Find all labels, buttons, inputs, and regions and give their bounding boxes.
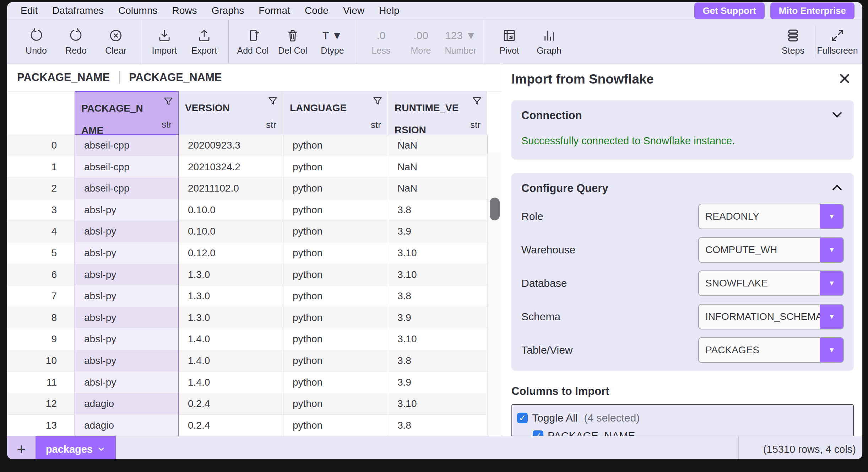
table-cell[interactable]: 3.10 bbox=[388, 393, 488, 415]
toolbar-button-undo[interactable]: Undo bbox=[16, 28, 56, 56]
table-cell[interactable]: absl-py bbox=[75, 285, 179, 307]
filter-icon[interactable] bbox=[267, 96, 278, 108]
row-index-cell[interactable]: 0 bbox=[7, 135, 75, 156]
table-cell[interactable]: absl-py bbox=[75, 264, 179, 286]
dropdown-caret-icon[interactable]: ▼ bbox=[820, 337, 844, 363]
dropdown-caret-icon[interactable]: ▼ bbox=[820, 304, 844, 329]
table-cell[interactable]: python bbox=[283, 135, 388, 156]
row-index-cell[interactable]: 10 bbox=[7, 350, 75, 372]
sheet-tab-packages[interactable]: packages bbox=[36, 436, 116, 459]
toolbar-button-import[interactable]: Import bbox=[145, 28, 184, 56]
table-cell[interactable]: 3.9 bbox=[388, 372, 488, 393]
toolbar-button-pivot[interactable]: Pivot bbox=[489, 28, 529, 56]
toolbar-button-fullscreen[interactable]: Fullscreen bbox=[818, 28, 857, 56]
dropdown-caret-icon[interactable]: ▼ bbox=[820, 270, 844, 296]
table-cell[interactable]: NaN bbox=[388, 178, 488, 199]
mito-enterprise-button[interactable]: Mito Enterprise bbox=[770, 2, 855, 19]
menu-item-rows[interactable]: Rows bbox=[172, 5, 197, 16]
table-cell[interactable]: python bbox=[283, 350, 388, 372]
toolbar-button-dtype[interactable]: T ▼Dtype bbox=[313, 28, 352, 56]
table-cell[interactable]: 1.3.0 bbox=[179, 264, 283, 286]
table-cell[interactable]: absl-py bbox=[75, 307, 179, 329]
column-checkbox[interactable]: ✓ bbox=[533, 430, 543, 436]
table-cell[interactable]: python bbox=[283, 415, 388, 436]
table-cell[interactable]: 1.3.0 bbox=[179, 307, 283, 329]
table-cell[interactable]: 3.8 bbox=[388, 285, 488, 307]
menu-item-format[interactable]: Format bbox=[259, 5, 290, 16]
row-index-cell[interactable]: 4 bbox=[7, 221, 75, 242]
dropdown-caret-icon[interactable]: ▼ bbox=[820, 237, 844, 263]
column-header-package-name[interactable]: PACKAGE_NAMEstr bbox=[75, 91, 179, 135]
table-cell[interactable]: 1.4.0 bbox=[179, 372, 283, 393]
filter-icon[interactable] bbox=[471, 96, 483, 108]
table-cell[interactable]: abseil-cpp bbox=[75, 156, 179, 178]
menu-item-edit[interactable]: Edit bbox=[21, 5, 38, 16]
table-cell[interactable]: 20211102.0 bbox=[179, 178, 283, 199]
table-cell[interactable]: abseil-cpp bbox=[75, 178, 179, 199]
table-cell[interactable]: 3.10 bbox=[388, 328, 488, 350]
row-index-cell[interactable]: 11 bbox=[7, 372, 75, 393]
table-cell[interactable]: python bbox=[283, 372, 388, 393]
table-cell[interactable]: 3.8 bbox=[388, 350, 488, 372]
table-cell[interactable]: 3.10 bbox=[388, 242, 488, 264]
close-icon[interactable] bbox=[838, 72, 851, 86]
column-header-version[interactable]: VERSIONstr bbox=[179, 91, 283, 135]
table-cell[interactable]: 0.10.0 bbox=[179, 199, 283, 221]
column-header-language[interactable]: LANGUAGEstr bbox=[283, 91, 388, 135]
table-cell[interactable]: python bbox=[283, 199, 388, 221]
table-cell[interactable]: adagio bbox=[75, 415, 179, 436]
warehouse-dropdown[interactable]: COMPUTE_WH▼ bbox=[698, 237, 844, 263]
table-cell[interactable]: 0.2.4 bbox=[179, 393, 283, 415]
chevron-up-icon[interactable] bbox=[830, 181, 844, 196]
menu-item-graphs[interactable]: Graphs bbox=[211, 5, 244, 16]
menu-item-dataframes[interactable]: Dataframes bbox=[52, 5, 104, 16]
table-cell[interactable]: 3.9 bbox=[388, 221, 488, 242]
import-column-row-package-name[interactable]: ✓PACKAGE_NAME bbox=[517, 430, 848, 436]
filter-icon[interactable] bbox=[163, 96, 174, 109]
table-cell[interactable]: python bbox=[283, 242, 388, 264]
get-support-button[interactable]: Get Support bbox=[694, 2, 765, 19]
toolbar-button-more[interactable]: .00More bbox=[401, 28, 441, 56]
table-cell[interactable]: absl-py bbox=[75, 328, 179, 350]
row-index-cell[interactable]: 9 bbox=[7, 328, 75, 350]
grid-vertical-scrollbar[interactable] bbox=[487, 152, 502, 436]
table-cell[interactable]: python bbox=[283, 156, 388, 178]
table-cell[interactable]: absl-py bbox=[75, 221, 179, 242]
table-cell[interactable]: python bbox=[283, 221, 388, 242]
toolbar-button-number[interactable]: 123 ▼Number bbox=[441, 28, 481, 56]
chevron-down-icon[interactable] bbox=[830, 108, 844, 123]
menu-item-help[interactable]: Help bbox=[379, 5, 400, 16]
toolbar-button-export[interactable]: Export bbox=[184, 28, 224, 56]
toolbar-button-graph[interactable]: Graph bbox=[529, 28, 569, 56]
formula-bar-input[interactable]: PACKAGE_NAME bbox=[129, 71, 222, 84]
table-cell[interactable]: adagio bbox=[75, 393, 179, 415]
menu-item-view[interactable]: View bbox=[343, 5, 364, 16]
toolbar-button-del-col[interactable]: Del Col bbox=[273, 28, 313, 56]
row-index-cell[interactable]: 2 bbox=[7, 178, 75, 199]
table-cell[interactable]: 3.9 bbox=[388, 307, 488, 329]
row-index-cell[interactable]: 12 bbox=[7, 393, 75, 415]
table-cell[interactable]: python bbox=[283, 307, 388, 329]
schema-dropdown[interactable]: INFORMATION_SCHEMA▼ bbox=[698, 304, 844, 329]
table-cell[interactable]: 0.10.0 bbox=[179, 221, 283, 242]
toolbar-button-less[interactable]: .0Less bbox=[361, 28, 401, 56]
table-cell[interactable]: absl-py bbox=[75, 350, 179, 372]
table-cell[interactable]: 20200923.3 bbox=[179, 135, 283, 156]
table-cell[interactable]: 3.8 bbox=[388, 415, 488, 436]
toolbar-button-clear[interactable]: Clear bbox=[96, 28, 136, 56]
table-view-dropdown[interactable]: PACKAGES▼ bbox=[698, 337, 844, 363]
row-index-cell[interactable]: 3 bbox=[7, 199, 75, 221]
menu-item-columns[interactable]: Columns bbox=[118, 5, 157, 16]
table-cell[interactable]: python bbox=[283, 285, 388, 307]
row-index-cell[interactable]: 8 bbox=[7, 307, 75, 329]
table-cell[interactable]: 0.12.0 bbox=[179, 242, 283, 264]
add-sheet-button[interactable]: + bbox=[7, 436, 36, 459]
table-cell[interactable]: absl-py bbox=[75, 242, 179, 264]
table-cell[interactable]: 3.10 bbox=[388, 264, 488, 286]
toolbar-button-redo[interactable]: Redo bbox=[56, 28, 96, 56]
row-index-cell[interactable]: 6 bbox=[7, 264, 75, 286]
menu-item-code[interactable]: Code bbox=[305, 5, 329, 16]
toggle-all-checkbox[interactable]: ✓ bbox=[517, 413, 528, 423]
table-cell[interactable]: python bbox=[283, 178, 388, 199]
filter-icon[interactable] bbox=[372, 96, 383, 108]
